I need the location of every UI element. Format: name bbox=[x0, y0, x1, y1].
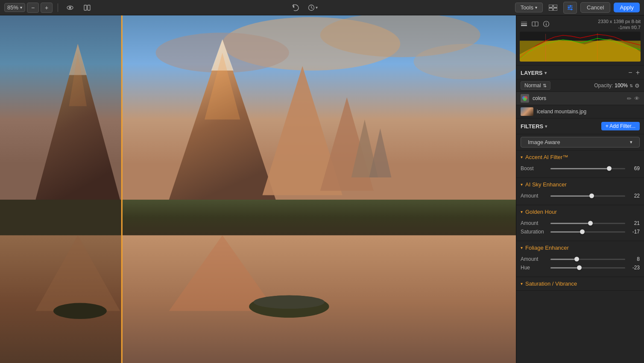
filters-header: FILTERS ▾ + Add Filter... bbox=[516, 118, 644, 134]
golden-saturation-slider[interactable] bbox=[550, 231, 625, 233]
foliage-amount-fill bbox=[550, 259, 577, 260]
layers-header: LAYERS ▾ − + bbox=[516, 65, 644, 80]
ai-sky-group: ▾ AI Sky Enhancer Amount 22 bbox=[516, 178, 644, 205]
foliage-amount-thumb[interactable] bbox=[574, 257, 579, 262]
histogram-meta: 2330 x 1398 px 8-bit -1mm f/0.7 bbox=[598, 19, 641, 30]
toolbar-right: Tools ▾ Cancel Apply bbox=[515, 2, 640, 14]
foliage-controls: Amount 8 Hue -23 bbox=[516, 254, 644, 277]
golden-amount-label: Amount bbox=[521, 220, 548, 226]
panels-button[interactable] bbox=[546, 2, 560, 14]
accent-ai-header[interactable]: ▾ Accent AI Filter™ bbox=[516, 151, 644, 164]
history-icon bbox=[308, 4, 315, 11]
foliage-amount-slider-row: Amount 8 bbox=[521, 256, 640, 262]
colors-layer-actions: ✏ 👁 bbox=[627, 95, 640, 102]
histogram-icons bbox=[520, 20, 550, 30]
golden-saturation-thumb[interactable] bbox=[580, 230, 585, 234]
zoom-in-button[interactable]: + bbox=[41, 3, 53, 13]
layers-plus-button[interactable]: + bbox=[636, 69, 640, 77]
svg-rect-7 bbox=[549, 8, 553, 11]
tools-label: Tools bbox=[521, 4, 533, 11]
add-filter-button[interactable]: + Add Filter... bbox=[601, 122, 640, 130]
foliage-header[interactable]: ▾ Foliage Enhancer bbox=[516, 241, 644, 254]
blend-mode-value: Normal bbox=[524, 83, 541, 89]
boost-value: 69 bbox=[628, 165, 640, 171]
split-view-button[interactable] bbox=[80, 2, 94, 14]
image-layer-thumbnail bbox=[521, 107, 533, 116]
svg-point-36 bbox=[254, 295, 325, 309]
layers-icon bbox=[521, 21, 527, 27]
svg-rect-2 bbox=[84, 5, 87, 10]
foliage-amount-slider[interactable] bbox=[550, 259, 625, 260]
info-icon bbox=[543, 21, 550, 27]
image-aware-chevron-icon: ▾ bbox=[630, 139, 632, 145]
sky-amount-label: Amount bbox=[521, 193, 548, 199]
layer-settings-button[interactable]: ⚙ bbox=[635, 83, 640, 89]
undo-button[interactable] bbox=[289, 2, 303, 14]
layers-title: LAYERS ▾ bbox=[521, 70, 547, 76]
histogram-stack-button[interactable] bbox=[531, 20, 539, 30]
saturation-vibrance-group: ▾ Saturation / Vibrance bbox=[516, 277, 644, 291]
eye-icon bbox=[67, 4, 73, 11]
golden-amount-value: 21 bbox=[628, 220, 640, 226]
saturation-vibrance-header[interactable]: ▾ Saturation / Vibrance bbox=[516, 277, 644, 290]
tools-button[interactable]: Tools ▾ bbox=[515, 3, 543, 12]
image-aware-button[interactable]: Image Aware ▾ bbox=[521, 137, 640, 148]
filters-chevron-icon: ▾ bbox=[545, 124, 547, 129]
golden-hour-title: Golden Hour bbox=[525, 209, 557, 215]
zoom-out-button[interactable]: − bbox=[27, 3, 39, 13]
image-layer-item[interactable]: iceland mountains.jpg bbox=[516, 105, 644, 118]
blend-mode-select[interactable]: Normal ⇅ bbox=[521, 81, 550, 90]
accent-ai-controls: Boost 69 bbox=[516, 164, 644, 177]
svg-rect-41 bbox=[521, 25, 527, 26]
golden-amount-slider[interactable] bbox=[550, 223, 625, 224]
sky-amount-slider-row: Amount 22 bbox=[521, 193, 640, 199]
filters-title: FILTERS ▾ bbox=[521, 123, 547, 130]
toolbar-center: ▾ bbox=[97, 2, 512, 14]
histogram-info-button[interactable] bbox=[542, 20, 550, 30]
saturation-vibrance-chevron-icon: ▾ bbox=[521, 281, 523, 286]
golden-hour-controls: Amount 21 Saturation -17 bbox=[516, 218, 644, 241]
foliage-hue-slider[interactable] bbox=[550, 267, 625, 269]
cancel-button[interactable]: Cancel bbox=[580, 2, 610, 13]
golden-hour-chevron-icon: ▾ bbox=[521, 210, 523, 214]
ai-sky-header[interactable]: ▾ AI Sky Enhancer bbox=[516, 178, 644, 191]
golden-saturation-fill bbox=[550, 231, 582, 233]
blend-row: Normal ⇅ Opacity: 100% ⇅ ⚙ bbox=[516, 80, 644, 92]
colors-layer-edit-button[interactable]: ✏ bbox=[627, 95, 632, 102]
golden-saturation-slider-row: Saturation -17 bbox=[521, 229, 640, 235]
boost-slider[interactable] bbox=[550, 168, 625, 169]
adjustments-button[interactable] bbox=[563, 2, 577, 14]
sky-amount-slider[interactable] bbox=[550, 195, 625, 197]
histogram-layers-button[interactable] bbox=[520, 20, 528, 30]
colors-layer-item[interactable]: colors ✏ 👁 bbox=[516, 92, 644, 105]
svg-point-12 bbox=[570, 5, 571, 7]
svg-rect-30 bbox=[0, 200, 122, 235]
zoom-value: 85% bbox=[7, 4, 18, 11]
sliders-icon bbox=[567, 4, 574, 11]
zoom-control: 85% ▾ − + bbox=[4, 3, 53, 13]
foliage-title: Foliage Enhancer bbox=[525, 245, 569, 251]
foliage-amount-value: 8 bbox=[628, 256, 640, 262]
sky-amount-thumb[interactable] bbox=[589, 194, 594, 198]
foliage-hue-thumb[interactable] bbox=[577, 266, 582, 270]
golden-saturation-value: -17 bbox=[628, 229, 640, 235]
svg-point-14 bbox=[571, 9, 572, 10]
opacity-value: 100% bbox=[615, 83, 628, 89]
apply-button[interactable]: Apply bbox=[614, 3, 640, 12]
colors-layer-visibility-button[interactable]: 👁 bbox=[634, 95, 640, 102]
golden-hour-header[interactable]: ▾ Golden Hour bbox=[516, 205, 644, 218]
layers-minus-button[interactable]: − bbox=[628, 69, 632, 77]
divider-1 bbox=[58, 3, 58, 12]
histogram-top: 2330 x 1398 px 8-bit -1mm f/0.7 bbox=[520, 19, 641, 30]
golden-amount-thumb[interactable] bbox=[588, 221, 593, 226]
view-button[interactable] bbox=[63, 2, 77, 14]
landscape-scene bbox=[0, 15, 516, 363]
foliage-amount-label: Amount bbox=[521, 256, 548, 262]
ai-sky-chevron-icon: ▾ bbox=[521, 182, 523, 187]
histogram-graph bbox=[520, 32, 641, 62]
zoom-select[interactable]: 85% ▾ bbox=[4, 3, 25, 12]
canvas-image bbox=[0, 15, 516, 363]
boost-thumb[interactable] bbox=[607, 166, 612, 171]
accent-ai-chevron-icon: ▾ bbox=[521, 155, 523, 159]
history-button[interactable]: ▾ bbox=[306, 2, 320, 14]
